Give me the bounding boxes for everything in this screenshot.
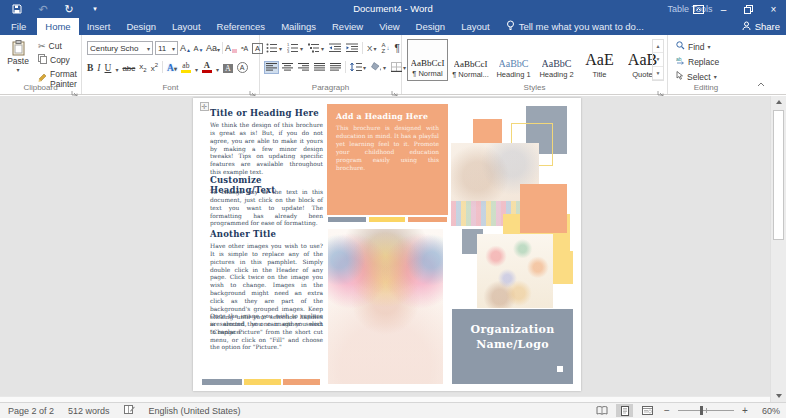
- organization-logo-box[interactable]: Organization Name/Logo: [452, 309, 573, 384]
- tab-table-design[interactable]: Design: [408, 18, 454, 35]
- doc-paragraph-4[interactable]: Once the image you wish to replace is se…: [210, 313, 323, 352]
- font-color-dropdown-icon[interactable]: ▾: [216, 66, 219, 73]
- change-case-label: Aa: [206, 43, 217, 53]
- multilevel-list-button[interactable]: ▾: [307, 42, 325, 54]
- ribbon-display-options-icon[interactable]: [686, 0, 711, 18]
- increase-indent-button[interactable]: [345, 42, 359, 54]
- subscript-button[interactable]: x2: [139, 62, 146, 73]
- shrink-font-button[interactable]: A▼: [193, 44, 204, 53]
- justify-button[interactable]: [313, 62, 326, 73]
- find-button[interactable]: Find ▾: [674, 40, 721, 53]
- clipboard-dialog-launcher-icon[interactable]: [71, 84, 79, 92]
- doc-heading-3[interactable]: Another Title: [210, 229, 325, 239]
- superscript-button[interactable]: x2: [151, 62, 158, 73]
- scroll-down-icon[interactable]: [771, 390, 786, 402]
- line-spacing-button[interactable]: ▾: [349, 61, 367, 73]
- styles-dialog-launcher-icon[interactable]: [657, 84, 665, 92]
- style-heading1[interactable]: AaBbC Heading 1: [493, 39, 534, 81]
- highlight-dropdown-icon[interactable]: ▾: [195, 66, 198, 73]
- zoom-slider-thumb[interactable]: [700, 406, 703, 415]
- read-mode-icon[interactable]: [593, 404, 610, 417]
- table-move-handle-icon[interactable]: ✛: [200, 102, 209, 111]
- language-indicator[interactable]: English (United States): [149, 406, 241, 416]
- style-normal[interactable]: AaBbCcI ¶ Normal: [407, 39, 448, 81]
- grow-font-button[interactable]: A▲: [180, 43, 191, 53]
- shading-button[interactable]: ▾: [370, 61, 387, 73]
- show-paragraph-marks-button[interactable]: ¶: [393, 42, 400, 55]
- strikethrough-button[interactable]: abc: [122, 64, 135, 73]
- font-name-combo[interactable]: Century Scho ▾: [87, 41, 153, 55]
- vertical-scrollbar[interactable]: [770, 96, 786, 402]
- font-dialog-launcher-icon[interactable]: [249, 84, 257, 92]
- minimize-icon[interactable]: –: [711, 0, 736, 18]
- photo-child-drawing[interactable]: [477, 234, 553, 308]
- distribute-button[interactable]: [329, 62, 342, 73]
- tab-view[interactable]: View: [371, 18, 407, 35]
- cut-button[interactable]: ✂ Cut: [36, 40, 81, 52]
- decrease-indent-button[interactable]: [328, 42, 342, 54]
- styles-scroll-up-icon[interactable]: ▲: [653, 40, 663, 53]
- italic-button[interactable]: I: [97, 63, 100, 73]
- zoom-slider[interactable]: [678, 410, 734, 411]
- tab-layout[interactable]: Layout: [164, 18, 209, 35]
- style-heading2[interactable]: AaBbC Heading 2: [536, 39, 577, 81]
- document-page[interactable]: ✛ Title or Heading Here We think the des…: [193, 98, 581, 391]
- tab-table-layout[interactable]: Layout: [453, 18, 498, 35]
- tab-references[interactable]: References: [209, 18, 274, 35]
- collapse-ribbon-icon[interactable]: [754, 78, 768, 90]
- bold-button[interactable]: B: [87, 63, 93, 73]
- web-layout-icon[interactable]: [639, 404, 656, 417]
- tab-mailings[interactable]: Mailings: [273, 18, 324, 35]
- restore-icon[interactable]: [736, 0, 761, 18]
- tab-review[interactable]: Review: [324, 18, 371, 35]
- photo-child-painted-hands[interactable]: [328, 229, 443, 384]
- tab-file[interactable]: File: [0, 18, 37, 35]
- tab-design[interactable]: Design: [118, 18, 164, 35]
- style-title[interactable]: AaE Title: [579, 39, 620, 81]
- styles-more-icon[interactable]: ▼: [653, 67, 663, 80]
- underline-dropdown-icon[interactable]: ▾: [115, 66, 118, 73]
- select-button[interactable]: Select ▾: [674, 70, 721, 83]
- numbered-list-button[interactable]: 123▾: [286, 42, 304, 54]
- callout-box[interactable]: Add a Heading Here This brochure is desi…: [327, 104, 448, 215]
- replace-button[interactable]: ab Replace: [674, 55, 721, 68]
- phonetic-guide-button[interactable]: ᵃA: [239, 45, 250, 52]
- align-center-button[interactable]: [281, 62, 294, 73]
- enclose-characters-button[interactable]: A: [237, 62, 248, 73]
- align-left-button[interactable]: [265, 62, 278, 73]
- font-size-combo[interactable]: 11 ▾: [155, 41, 178, 55]
- asian-layout-button[interactable]: X▾: [366, 43, 377, 54]
- page-indicator[interactable]: Page 2 of 2: [8, 406, 54, 416]
- scroll-up-icon[interactable]: [771, 96, 786, 108]
- sort-button[interactable]: AZ↓: [380, 41, 390, 55]
- doc-paragraph-1[interactable]: We think the design of this brochure is …: [210, 122, 323, 177]
- bullet-list-button[interactable]: ▾: [265, 42, 283, 54]
- highlight-color-button[interactable]: ab: [181, 62, 191, 73]
- text-effects-button[interactable]: A▾: [167, 63, 177, 73]
- clear-formatting-button[interactable]: A: [225, 43, 237, 53]
- tab-insert[interactable]: Insert: [79, 18, 119, 35]
- zoom-out-icon[interactable]: −: [662, 405, 672, 416]
- change-case-button[interactable]: Aa▾: [206, 43, 220, 53]
- scrollbar-thumb[interactable]: [773, 110, 784, 240]
- style-no-spacing[interactable]: AaBbCcI ¶ Normal...: [450, 39, 491, 81]
- paragraph-dialog-launcher-icon[interactable]: [391, 84, 399, 92]
- styles-scroll-down-icon[interactable]: ▼: [653, 53, 663, 66]
- align-right-button[interactable]: [297, 62, 310, 73]
- proofing-icon[interactable]: [124, 404, 135, 417]
- font-color-button[interactable]: A: [202, 61, 212, 73]
- zoom-in-icon[interactable]: +: [740, 405, 750, 416]
- underline-button[interactable]: U: [105, 63, 112, 73]
- close-icon[interactable]: ×: [761, 0, 786, 18]
- tab-home[interactable]: Home: [37, 18, 78, 35]
- print-layout-icon[interactable]: [616, 404, 633, 417]
- zoom-level[interactable]: 60%: [756, 406, 780, 416]
- doc-heading-1[interactable]: Title or Heading Here: [210, 108, 325, 118]
- word-count[interactable]: 512 words: [68, 406, 110, 416]
- doc-paragraph-2[interactable]: To change any of the text in this docume…: [210, 189, 323, 228]
- tell-me-box[interactable]: Tell me what you want to do...: [498, 18, 652, 35]
- paste-button[interactable]: Paste ▾: [4, 40, 32, 82]
- character-shading-button[interactable]: A: [223, 64, 233, 73]
- copy-button[interactable]: Copy: [36, 53, 81, 67]
- share-button[interactable]: Share: [742, 18, 780, 35]
